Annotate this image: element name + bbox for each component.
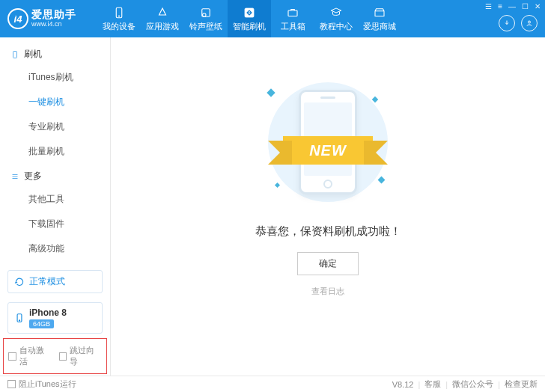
nav-store[interactable]: 爱思商城 [358,0,401,37]
nav-flash[interactable]: 智能刷机 [228,0,271,37]
sidebar-item-download-firmware[interactable]: 下载固件 [28,212,110,236]
sidebar-item-oneclick-flash[interactable]: 一键刷机 [28,90,110,114]
success-message: 恭喜您，保资料刷机成功啦！ [255,224,401,239]
download-icon[interactable] [499,15,515,31]
sidebar-item-other-tools[interactable]: 其他工具 [28,187,110,212]
device-box[interactable]: iPhone 8 64GB [7,302,103,334]
sidebar-item-advanced[interactable]: 高级功能 [28,236,110,261]
check-block-itunes[interactable]: 阻止iTunes运行 [7,379,76,390]
sidebar-item-pro-flash[interactable]: 专业刷机 [28,114,110,139]
device-small-icon [14,313,25,323]
view-log-link[interactable]: 查看日志 [311,286,344,297]
status-link-wechat[interactable]: 微信公众号 [452,379,493,390]
refresh-icon [14,277,25,287]
store-icon [373,6,386,19]
version-label: V8.12 [392,380,414,389]
apps-icon [156,6,169,19]
app-header: ☰ ≡ — ☐ ✕ i4 爱思助手 www.i4.cn 我的设备 应用游戏 铃声… [0,0,545,37]
svg-point-8 [19,320,19,321]
nav-ringtone[interactable]: 铃声壁纸 [184,0,228,37]
nav-toolbox[interactable]: 工具箱 [271,0,314,37]
svg-rect-4 [288,10,297,16]
status-bar: 阻止iTunes运行 V8.12 | 客服 | 微信公众号 | 检查更新 [0,376,545,392]
svg-point-1 [118,15,120,16]
phone-outline-icon [10,50,19,59]
nav-apps[interactable]: 应用游戏 [141,0,184,37]
sidebar-item-batch-flash[interactable]: 批量刷机 [28,139,110,164]
ringtone-icon [199,6,213,19]
device-icon [112,6,126,19]
logo-url: www.i4.cn [31,21,76,28]
toolbox-icon [286,6,299,19]
main-content: NEW 恭喜您，保资料刷机成功啦！ 确定 查看日志 [111,37,545,376]
check-auto-activate[interactable]: 自动激活 [8,345,52,367]
flash-icon [243,6,256,19]
new-ribbon: NEW [275,135,380,166]
sidebar-bottom-checks: 自动激活 跳过向导 [3,338,107,374]
mode-box[interactable]: 正常模式 [7,270,103,293]
sidebar-section-flash[interactable]: 刷机 [0,42,110,65]
sidebar: 刷机 iTunes刷机 一键刷机 专业刷机 批量刷机 更多 其他工具 下载固件 … [0,37,111,376]
window-controls: ☰ ≡ — ☐ ✕ [485,2,541,10]
nav-tutorial[interactable]: 教程中心 [314,0,358,37]
logo-icon: i4 [7,8,28,29]
status-link-support[interactable]: 客服 [424,379,441,390]
sidebar-section-more[interactable]: 更多 [0,164,110,187]
tutorial-icon [329,6,343,19]
top-nav: 我的设备 应用游戏 铃声壁纸 智能刷机 工具箱 教程中心 爱思商城 [97,0,499,37]
shopping-icon[interactable]: ☰ [485,2,492,10]
sidebar-item-itunes-flash[interactable]: iTunes刷机 [28,65,110,90]
device-name: iPhone 8 [29,307,67,318]
logo-title: 爱思助手 [31,9,76,20]
nav-my-device[interactable]: 我的设备 [97,0,141,37]
success-illustration: NEW [253,75,403,209]
user-icon[interactable] [521,15,538,31]
minimize-icon[interactable]: — [508,2,516,10]
settings-icon[interactable]: ≡ [498,2,502,10]
checkbox-icon [59,352,67,361]
status-link-update[interactable]: 检查更新 [505,379,538,390]
list-icon [10,172,19,181]
checkbox-icon [7,380,16,388]
device-storage-badge: 64GB [29,319,54,328]
checkbox-icon [8,352,16,361]
svg-rect-6 [13,51,17,58]
confirm-button[interactable]: 确定 [297,252,359,275]
close-icon[interactable]: ✕ [535,2,541,10]
maximize-icon[interactable]: ☐ [522,2,529,10]
check-skip-guide[interactable]: 跳过向导 [59,345,103,367]
svg-point-5 [529,21,531,23]
logo[interactable]: i4 爱思助手 www.i4.cn [0,0,97,37]
